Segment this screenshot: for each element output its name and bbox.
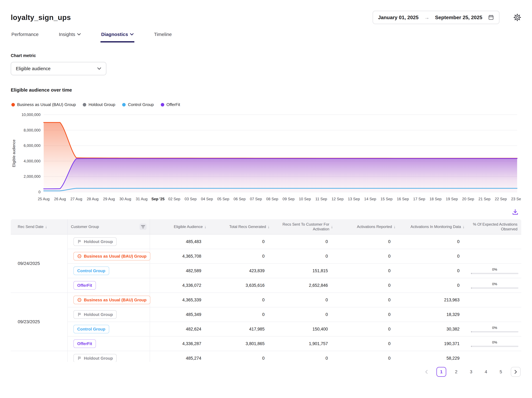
value-cell: 0	[209, 351, 273, 362]
legend-item-holdout-group[interactable]: Holdout Group	[83, 102, 115, 107]
legend-item-control-group[interactable]: Control Group	[122, 102, 154, 107]
tab-insights[interactable]: Insights	[58, 31, 82, 42]
column-header-eligible-audience[interactable]: Eligible Audience↓	[150, 219, 209, 235]
svg-text:2,000,000: 2,000,000	[24, 174, 40, 179]
value-cell: 485,349	[150, 307, 209, 322]
download-chart-button[interactable]	[512, 209, 519, 215]
pagination-page-5[interactable]: 5	[496, 367, 506, 377]
customer-group-pill-control: Control Group	[73, 267, 109, 275]
eligible-audience-chart: 02,000,0004,000,0006,000,0008,000,00010,…	[11, 109, 521, 205]
column-header-recs-sent-to-customer-for-activation[interactable]: Recs Sent To Customer For Activation↓	[273, 219, 336, 235]
table-row: Holdout Group485,27400058,229	[11, 351, 521, 362]
sort-descending-icon[interactable]: ↓	[331, 224, 333, 229]
value-cell: 485,483	[150, 235, 209, 249]
column-header-rec-send-date[interactable]: Rec Send Date↓	[11, 219, 68, 235]
date-range-end: September 25, 2025	[435, 15, 482, 20]
column-header-customer-group[interactable]: Customer Group	[68, 219, 150, 235]
svg-text:26 Aug: 26 Aug	[54, 197, 66, 201]
svg-text:10 Sep: 10 Sep	[299, 197, 311, 201]
pct-expected-activations-cell	[468, 249, 521, 264]
value-cell: 190,371	[399, 337, 468, 351]
rec-send-date-cell: 09/23/2025	[11, 293, 68, 351]
value-cell: 151,815	[273, 264, 336, 278]
table-row: 09/24/2025Holdout Group485,4830000	[11, 235, 521, 249]
chevron-down-icon	[97, 67, 101, 70]
legend-label: Business as Usual (BAU) Group	[17, 102, 76, 107]
pct-expected-activations-cell: 0%	[468, 264, 521, 278]
sort-descending-icon[interactable]: ↓	[393, 224, 396, 229]
calendar-icon	[488, 14, 494, 20]
sort-descending-icon[interactable]: ↓	[45, 224, 47, 229]
diagnostics-table: Rec Send Date↓Customer GroupEligible Aud…	[11, 219, 521, 362]
legend-dot	[122, 103, 126, 106]
customer-group-pill-offerfit: OfferFit	[73, 339, 96, 348]
value-cell: 0	[209, 307, 273, 322]
chart-metric-select[interactable]: Eligible audience	[11, 62, 106, 75]
svg-text:15 Sep: 15 Sep	[380, 197, 393, 201]
svg-text:Sep '25: Sep '25	[152, 197, 165, 201]
pagination-page-4[interactable]: 4	[481, 367, 491, 377]
tab-diagnostics[interactable]: Diagnostics	[101, 31, 134, 42]
svg-text:07 Sep: 07 Sep	[250, 197, 262, 201]
svg-text:21 Sep: 21 Sep	[479, 197, 491, 201]
progress-bar	[471, 273, 518, 274]
column-label: Rec Send Date	[18, 224, 44, 229]
svg-text:03 Sep: 03 Sep	[185, 197, 197, 201]
settings-gear-icon[interactable]	[513, 13, 521, 21]
svg-text:12 Sep: 12 Sep	[331, 197, 343, 201]
svg-text:8,000,000: 8,000,000	[24, 128, 40, 132]
progress-bar-fill	[471, 331, 472, 333]
column-label: Eligible Audience	[174, 224, 203, 229]
sort-descending-icon[interactable]: ↓	[462, 224, 465, 229]
value-cell: 423,839	[209, 264, 273, 278]
sort-descending-icon[interactable]: ↓	[204, 224, 206, 229]
svg-text:16 Sep: 16 Sep	[397, 197, 409, 201]
pct-label: 0%	[471, 268, 518, 272]
progress-bar	[471, 287, 518, 289]
pagination-page-1[interactable]: 1	[437, 367, 446, 377]
pct-label: 0%	[471, 282, 518, 286]
customer-group-pill-holdout: Holdout Group	[73, 310, 117, 319]
tab-performance[interactable]: Performance	[11, 31, 39, 42]
customer-group-cell: Control Group	[68, 322, 150, 337]
flag-icon	[77, 239, 82, 244]
column-header-activations-in-monitoring-data[interactable]: Activations In Monitoring Data↓	[399, 219, 468, 235]
legend-item-business-as-usual-bau-group[interactable]: Business as Usual (BAU) Group	[11, 102, 76, 107]
pagination-next-button[interactable]	[511, 367, 521, 377]
legend-item-offerfit[interactable]: OfferFit	[161, 102, 180, 107]
value-cell: 0	[399, 235, 468, 249]
column-header-total-recs-generated[interactable]: Total Recs Generated↓	[209, 219, 273, 235]
value-cell: 0	[209, 249, 273, 264]
pagination-page-2[interactable]: 2	[451, 367, 461, 377]
column-label: Activations Reported	[357, 224, 392, 229]
svg-text:31 Aug: 31 Aug	[136, 197, 148, 201]
svg-text:02 Sep: 02 Sep	[168, 197, 180, 201]
pct-expected-activations-cell	[468, 351, 521, 362]
value-cell: 0	[399, 264, 468, 278]
svg-text:6,000,000: 6,000,000	[24, 144, 40, 148]
svg-text:06 Sep: 06 Sep	[234, 197, 246, 201]
filter-icon[interactable]	[139, 223, 146, 230]
svg-text:4,000,000: 4,000,000	[24, 159, 40, 163]
customer-group-pill-bau: Business as Usual (BAU) Group	[73, 252, 150, 261]
tab-label: Performance	[11, 32, 39, 37]
value-cell: 417,985	[209, 322, 273, 337]
pagination-prev-button[interactable]	[422, 367, 431, 377]
progress-bar	[471, 346, 518, 347]
chevron-down-icon	[77, 33, 81, 36]
tab-timeline[interactable]: Timeline	[153, 31, 172, 42]
legend-label: OfferFit	[166, 102, 180, 107]
column-header-activations-reported[interactable]: Activations Reported↓	[336, 219, 399, 235]
progress-bar	[471, 331, 518, 333]
customer-group-pill-control: Control Group	[73, 325, 109, 333]
tab-label: Insights	[59, 32, 75, 37]
diagnostics-table-container[interactable]: Rec Send Date↓Customer GroupEligible Aud…	[11, 219, 521, 362]
pagination-page-3[interactable]: 3	[466, 367, 476, 377]
svg-text:04 Sep: 04 Sep	[201, 197, 213, 201]
sort-descending-icon[interactable]: ↓	[268, 224, 270, 229]
value-cell: 150,400	[273, 322, 336, 337]
legend-dot	[161, 103, 164, 106]
legend-label: Holdout Group	[89, 102, 115, 107]
date-range-picker[interactable]: January 01, 2025 → September 25, 2025	[373, 11, 499, 24]
table-row: 09/23/2025Business as Usual (BAU) Group4…	[11, 293, 521, 307]
